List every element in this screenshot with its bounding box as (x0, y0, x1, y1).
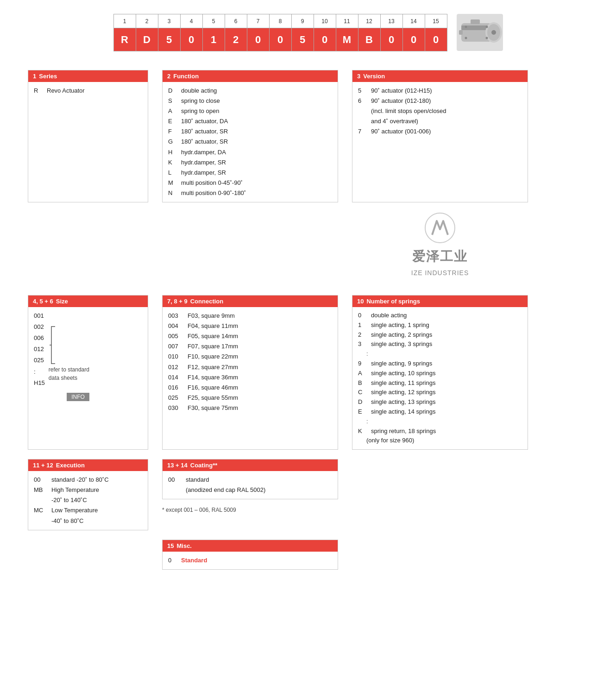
function-val: multi position 0-90˚-180˚ (181, 188, 246, 198)
function-key: M (168, 178, 176, 188)
panel-execution: 11 + 12 Execution 00standard -20˚ to 80˚… (28, 459, 148, 530)
function-key: H (168, 147, 176, 157)
svg-point-7 (485, 26, 488, 28)
panel-coating: 13 + 14 Coating** 00standard(anodized en… (162, 459, 338, 499)
spring-key: 3 (358, 340, 366, 349)
function-key: N (168, 188, 176, 198)
function-item-L: Lhydr.damper, SR (168, 168, 332, 178)
misc-val: Standard (181, 555, 207, 566)
version-key: 5 (358, 86, 366, 96)
function-val: hydr.damper, SR (181, 168, 226, 178)
spring-val: single acting, 10 springs (371, 369, 435, 378)
connection-val: F16, square 46mm (188, 383, 238, 393)
code-val-10: 0 (314, 28, 336, 51)
size-item-4: 025 (34, 355, 45, 365)
function-key: A (168, 106, 176, 116)
spring-item-E: Esingle acting, 14 springs (358, 407, 522, 417)
connection-key: 012 (168, 362, 183, 372)
spring-val: single acting, 3 springs (371, 340, 432, 349)
size-bracket-svg (49, 325, 56, 365)
info-button[interactable]: INFO (67, 393, 89, 401)
execution-item: -40˚ to 80˚C (34, 516, 142, 526)
function-key: K (168, 157, 176, 168)
spring-val: double acting (371, 311, 407, 321)
code-val-13: 0 (380, 28, 402, 51)
code-pos-5: 5 (202, 14, 225, 28)
section1112-title: Execution (56, 462, 85, 469)
actuator-image (457, 14, 503, 51)
code-pos-6: 6 (225, 14, 247, 28)
connection-item-010: 010F10, square 22mm (168, 352, 332, 362)
panel-header-springs: 10 Number of springs (352, 296, 528, 307)
size-item-0: 001 (34, 311, 45, 321)
spring-item-2: 2single acting, 2 springs (358, 330, 522, 340)
code-pos-10: 10 (314, 14, 336, 28)
spring-key: K (358, 427, 366, 436)
spring-val: single acting, 1 spring (371, 321, 429, 330)
size-container: 001002006012025:H15refer to standarddata… (34, 311, 89, 388)
coating-key: 00 (168, 475, 181, 485)
code-val-15: 0 (425, 28, 447, 51)
panel-body-springs: 0double acting1single acting, 1 spring2s… (352, 307, 528, 449)
function-key: D (168, 86, 176, 96)
section45-title: Size (56, 298, 68, 305)
code-pos-14: 14 (402, 14, 425, 28)
size-item-1: 002 (34, 322, 45, 332)
connection-val: F05, square 14mm (188, 331, 238, 341)
logo-en: IZE INDUSTRIES (411, 269, 469, 277)
execution-key: MB (34, 485, 47, 495)
execution-key: MC (34, 505, 47, 516)
code-pos-15: 15 (425, 14, 447, 28)
code-val-2: D (136, 28, 158, 51)
connection-item-007: 007F07, square 17mm (168, 341, 332, 352)
panel-series: 1 Series R Revo Actuator (28, 70, 148, 202)
connection-key: 003 (168, 311, 183, 321)
code-val-1: R (113, 28, 136, 51)
section10-title: Number of springs (366, 298, 420, 305)
version-item: 790˚ actuator (001-006) (358, 126, 522, 137)
coating-val: (anodized end cap RAL 5002) (186, 485, 265, 495)
version-item: 690˚ actuator (012-180) (358, 96, 522, 106)
function-key: G (168, 137, 176, 147)
misc-item: 0Standard (168, 555, 332, 566)
size-panel-body: 001002006012025:H15refer to standarddata… (28, 307, 148, 405)
svg-point-5 (465, 26, 467, 28)
execution-val: High Temperature (51, 485, 99, 495)
execution-item: MCLow Temperature (34, 505, 142, 516)
coating-key (168, 485, 181, 495)
code-val-14: 0 (402, 28, 425, 51)
panel-header-misc: 15 Misc. (163, 540, 338, 552)
code-val-12: B (358, 28, 380, 51)
code-pos-2: 2 (136, 14, 158, 28)
panel-springs: 10 Number of springs 0double acting1sing… (352, 295, 528, 450)
panel-header-coating: 13 + 14 Coating** (163, 459, 338, 471)
function-key: F (168, 126, 176, 137)
version-key (358, 106, 366, 116)
code-val-11: M (336, 28, 358, 51)
main-grid-row2: 4, 5 + 6 Size 001002006012025:H15refer t… (28, 295, 588, 450)
code-val-3: 5 (158, 28, 180, 51)
main-grid: 1 Series R Revo Actuator 2 Function Ddou… (28, 70, 588, 202)
function-val: spring to open (181, 106, 219, 116)
svg-point-6 (465, 37, 467, 39)
execution-val: -20˚ to 140˚C (51, 495, 87, 505)
spring-key: E (358, 407, 366, 417)
spring-val: single acting, 9 springs (371, 359, 432, 369)
function-key: L (168, 168, 176, 178)
spring-item-B: Bsingle acting, 11 springs (358, 378, 522, 388)
coating-item: (anodized end cap RAL 5002) (168, 485, 332, 495)
size-item-3: 012 (34, 344, 45, 354)
function-val: hydr.damper, DA (181, 147, 226, 157)
connection-item-014: 014F14, square 36mm (168, 372, 332, 383)
panel-body-function: Ddouble actingSspring to closeAspring to… (163, 82, 338, 202)
section1-title: Series (39, 73, 57, 80)
section10-num: 10 (357, 298, 364, 305)
section15-title: Misc. (176, 542, 192, 549)
section2-title: Function (173, 73, 199, 80)
connection-key: 014 (168, 372, 183, 383)
execution-key (34, 516, 47, 526)
logo-zh: 爱泽工业 (412, 248, 468, 265)
spring-key: 9 (358, 359, 366, 369)
version-key: 7 (358, 126, 366, 137)
version-val: and 4˚ overtravel) (371, 116, 418, 126)
